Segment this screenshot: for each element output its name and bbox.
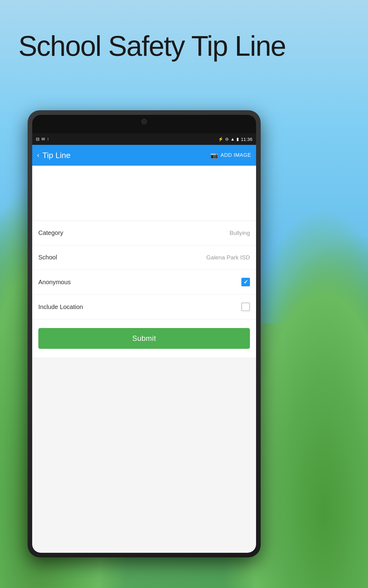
app-bar: ‹ Tip Line 📷 ADD IMAGE bbox=[32, 145, 256, 166]
add-image-label: ADD IMAGE bbox=[220, 152, 251, 158]
add-image-button[interactable]: 📷 ADD IMAGE bbox=[210, 152, 251, 159]
include-location-checkbox[interactable] bbox=[241, 303, 250, 311]
status-left-icons: ⊟ ✉ ↑ bbox=[36, 137, 49, 141]
status-right-icons: ⚡ ⊖ ▲ ▮ 11:36 bbox=[218, 137, 252, 142]
page-title: School Safety Tip Line bbox=[18, 31, 286, 62]
include-location-row: Include Location bbox=[32, 295, 256, 319]
app-bar-left: ‹ Tip Line bbox=[37, 151, 71, 160]
include-location-label: Include Location bbox=[38, 303, 83, 311]
battery-icon: ▮ bbox=[236, 137, 239, 141]
category-label: Category bbox=[38, 229, 63, 236]
category-value: Bullying bbox=[229, 230, 250, 236]
tablet-camera bbox=[141, 119, 147, 124]
email-status-icon: ✉ bbox=[41, 137, 45, 141]
camera-icon: 📷 bbox=[210, 152, 218, 159]
school-row[interactable]: School Galena Park ISD bbox=[32, 245, 256, 270]
form-content: Category Bullying School Galena Park ISD… bbox=[32, 166, 256, 357]
status-time: 11:36 bbox=[241, 137, 252, 142]
app-bar-title: Tip Line bbox=[42, 151, 71, 160]
upload-status-icon: ↑ bbox=[47, 137, 49, 141]
tip-text-area[interactable] bbox=[32, 166, 256, 221]
image-status-icon: ⊟ bbox=[36, 137, 40, 141]
bluetooth-icon: ⚡ bbox=[218, 137, 223, 141]
tablet-frame: ⊟ ✉ ↑ ⚡ ⊖ ▲ ▮ 11:36 ‹ Tip Line bbox=[28, 110, 261, 557]
wifi-icon: ▲ bbox=[231, 137, 235, 141]
category-row[interactable]: Category Bullying bbox=[32, 221, 256, 245]
signal-icon: ⊖ bbox=[225, 137, 229, 141]
anonymous-label: Anonymous bbox=[38, 279, 71, 286]
tablet-inner: ⊟ ✉ ↑ ⚡ ⊖ ▲ ▮ 11:36 ‹ Tip Line bbox=[32, 115, 256, 553]
status-bar: ⊟ ✉ ↑ ⚡ ⊖ ▲ ▮ 11:36 bbox=[32, 133, 256, 145]
anonymous-checkbox[interactable] bbox=[241, 278, 250, 286]
school-label: School bbox=[38, 254, 57, 261]
back-button[interactable]: ‹ bbox=[37, 151, 39, 159]
submit-button[interactable]: Submit bbox=[38, 328, 250, 349]
anonymous-row: Anonymous bbox=[32, 270, 256, 295]
school-value: Galena Park ISD bbox=[206, 254, 250, 261]
screen: ⊟ ✉ ↑ ⚡ ⊖ ▲ ▮ 11:36 ‹ Tip Line bbox=[32, 133, 256, 553]
